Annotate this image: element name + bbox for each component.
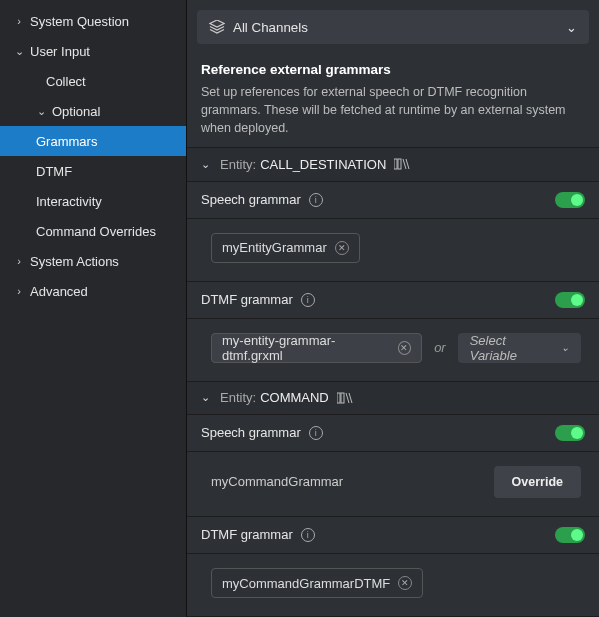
channels-dropdown[interactable]: All Channels ⌄ [197, 10, 589, 44]
layers-icon [209, 20, 225, 34]
sidebar: ›System Question ⌄User Input Collect ⌄Op… [0, 0, 187, 617]
svg-line-6 [346, 393, 349, 403]
dtmf-grammar-header: DTMF grammar i [187, 282, 599, 319]
remove-icon[interactable]: ✕ [398, 341, 412, 355]
tree-collect[interactable]: Collect [0, 66, 186, 96]
entity-icon [394, 158, 410, 170]
speech-grammar-header: Speech grammar i [187, 415, 599, 452]
entity-header[interactable]: ⌄ Entity: COMMAND [187, 382, 599, 415]
chevron-right-icon: › [12, 15, 26, 27]
remove-icon[interactable]: ✕ [398, 576, 412, 590]
dtmf-toggle[interactable] [555, 292, 585, 308]
chevron-down-icon: ⌄ [201, 391, 210, 404]
tree-advanced[interactable]: ›Advanced [0, 276, 186, 306]
speech-grammar-header: Speech grammar i [187, 182, 599, 219]
tree-command-overrides[interactable]: Command Overrides [0, 216, 186, 246]
chevron-right-icon: › [12, 285, 26, 297]
chevron-down-icon: ⌄ [12, 45, 26, 58]
entity-header[interactable]: ⌄ Entity: CALL_DESTINATION [187, 148, 599, 181]
dtmf-grammar-header: DTMF grammar i [187, 517, 599, 554]
speech-toggle[interactable] [555, 192, 585, 208]
tree-user-input[interactable]: ⌄User Input [0, 36, 186, 66]
main-panel: All Channels ⌄ Reference external gramma… [187, 0, 599, 617]
tree-system-actions[interactable]: ›System Actions [0, 246, 186, 276]
svg-line-2 [403, 159, 406, 169]
tree-system-question[interactable]: ›System Question [0, 6, 186, 36]
info-icon[interactable]: i [301, 293, 315, 307]
tree-interactivity[interactable]: Interactivity [0, 186, 186, 216]
info-icon[interactable]: i [309, 193, 323, 207]
section-description: Set up references for external speech or… [201, 83, 585, 137]
chevron-right-icon: › [12, 255, 26, 267]
grammar-chip[interactable]: myCommandGrammarDTMF ✕ [211, 568, 423, 598]
info-icon[interactable]: i [309, 426, 323, 440]
remove-icon[interactable]: ✕ [335, 241, 349, 255]
svg-rect-4 [337, 393, 340, 403]
section-title: Reference external grammars [201, 62, 585, 77]
speech-toggle[interactable] [555, 425, 585, 441]
tree-grammars[interactable]: Grammars [0, 126, 186, 156]
section-header: Reference external grammars Set up refer… [187, 50, 599, 148]
grammar-chip[interactable]: my-entity-grammar-dtmf.grxml ✕ [211, 333, 422, 363]
dtmf-toggle[interactable] [555, 527, 585, 543]
select-variable-dropdown[interactable]: Select Variable ⌄ [458, 333, 581, 363]
override-button[interactable]: Override [494, 466, 581, 498]
svg-rect-5 [341, 393, 344, 403]
grammar-text: myCommandGrammar [211, 474, 482, 489]
chevron-down-icon: ⌄ [566, 20, 577, 35]
svg-rect-0 [394, 159, 397, 169]
chevron-down-icon: ⌄ [201, 158, 210, 171]
svg-line-3 [406, 159, 409, 169]
svg-rect-1 [398, 159, 401, 169]
chevron-down-icon: ⌄ [34, 105, 48, 118]
tree-dtmf[interactable]: DTMF [0, 156, 186, 186]
svg-line-7 [349, 393, 352, 403]
entity-icon [337, 392, 353, 404]
tree-optional[interactable]: ⌄Optional [0, 96, 186, 126]
info-icon[interactable]: i [301, 528, 315, 542]
grammar-chip[interactable]: myEntityGrammar ✕ [211, 233, 360, 263]
chevron-down-icon: ⌄ [561, 342, 569, 353]
